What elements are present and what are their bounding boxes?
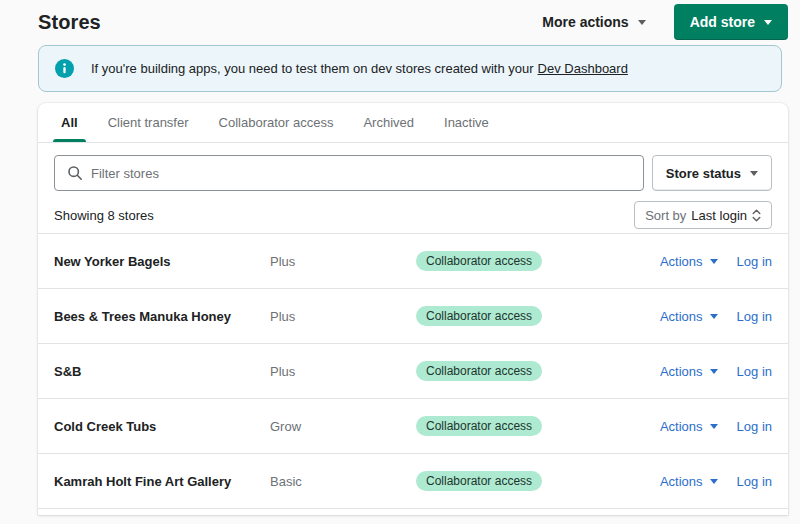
add-store-button[interactable]: Add store	[674, 4, 788, 40]
store-name: S&B	[54, 364, 270, 379]
chevron-down-icon	[710, 479, 718, 484]
chevron-down-icon	[710, 259, 718, 264]
store-row: S&B Plus Collaborator access Actions Log…	[38, 344, 788, 399]
row-links: Actions Log in	[660, 474, 772, 489]
info-banner: If you're building apps, you need to tes…	[38, 45, 782, 92]
tab-label: Archived	[363, 115, 414, 130]
store-row: Kamrah Holt Fine Art Gallery Basic Colla…	[38, 454, 788, 509]
chevron-down-icon	[750, 171, 758, 176]
tab-collaborator-access[interactable]: Collaborator access	[204, 103, 349, 142]
sort-button[interactable]: Sort by Last login	[634, 201, 772, 229]
tab-inactive[interactable]: Inactive	[429, 103, 504, 142]
more-actions-button[interactable]: More actions	[542, 14, 645, 30]
filter-box	[54, 155, 644, 191]
store-status-button[interactable]: Store status	[652, 155, 772, 191]
store-status-label: Store status	[666, 166, 741, 181]
filter-stores-input[interactable]	[91, 166, 631, 181]
login-link[interactable]: Log in	[737, 419, 772, 434]
login-link[interactable]: Log in	[737, 364, 772, 379]
info-icon	[55, 59, 74, 78]
results-meta-row: Showing 8 stores Sort by Last login	[38, 197, 788, 233]
chevron-down-icon	[764, 20, 772, 25]
sort-prefix-label: Sort by	[645, 208, 686, 223]
tab-client-transfer[interactable]: Client transfer	[93, 103, 204, 142]
actions-label: Actions	[660, 364, 703, 379]
store-list: New Yorker Bagels Plus Collaborator acce…	[38, 233, 788, 509]
tab-label: All	[61, 115, 78, 130]
row-links: Actions Log in	[660, 309, 772, 324]
store-row: Bees & Trees Manuka Honey Plus Collabora…	[38, 289, 788, 344]
tab-label: Collaborator access	[219, 115, 334, 130]
login-link[interactable]: Log in	[737, 474, 772, 489]
stores-card: All Client transfer Collaborator access …	[38, 103, 788, 515]
store-name: New Yorker Bagels	[54, 254, 270, 269]
chevron-down-icon	[638, 20, 646, 25]
store-plan: Basic	[270, 474, 416, 489]
status-badge: Collaborator access	[416, 251, 542, 271]
login-link[interactable]: Log in	[737, 309, 772, 324]
status-badge: Collaborator access	[416, 306, 542, 326]
store-name: Kamrah Holt Fine Art Gallery	[54, 474, 270, 489]
banner-message: If you're building apps, you need to tes…	[91, 61, 534, 76]
tabs: All Client transfer Collaborator access …	[38, 103, 788, 143]
tab-label: Inactive	[444, 115, 489, 130]
actions-button[interactable]: Actions	[660, 309, 718, 324]
page-title: Stores	[38, 11, 101, 34]
tab-archived[interactable]: Archived	[348, 103, 429, 142]
search-icon	[67, 165, 83, 181]
login-link[interactable]: Log in	[737, 254, 772, 269]
badge-cell: Collaborator access	[416, 306, 660, 326]
chevron-down-icon	[710, 369, 718, 374]
store-row: New Yorker Bagels Plus Collaborator acce…	[38, 234, 788, 289]
page-content: Stores More actions Add store If you're …	[38, 0, 788, 515]
store-name: Bees & Trees Manuka Honey	[54, 309, 270, 324]
actions-label: Actions	[660, 474, 703, 489]
badge-cell: Collaborator access	[416, 361, 660, 381]
actions-label: Actions	[660, 254, 703, 269]
tab-all[interactable]: All	[46, 103, 93, 142]
tab-label: Client transfer	[108, 115, 189, 130]
actions-button[interactable]: Actions	[660, 254, 718, 269]
row-links: Actions Log in	[660, 419, 772, 434]
badge-cell: Collaborator access	[416, 416, 660, 436]
status-badge: Collaborator access	[416, 416, 542, 436]
chevron-down-icon	[710, 314, 718, 319]
status-badge: Collaborator access	[416, 471, 542, 491]
actions-button[interactable]: Actions	[660, 419, 718, 434]
showing-count: Showing 8 stores	[54, 208, 154, 223]
actions-label: Actions	[660, 419, 703, 434]
sort-value-label: Last login	[691, 208, 747, 223]
filter-row: Store status	[38, 143, 788, 197]
dev-dashboard-link[interactable]: Dev Dashboard	[538, 61, 628, 76]
row-links: Actions Log in	[660, 254, 772, 269]
header-actions: More actions Add store	[542, 4, 788, 40]
store-name: Cold Creek Tubs	[54, 419, 270, 434]
store-plan: Grow	[270, 419, 416, 434]
actions-button[interactable]: Actions	[660, 364, 718, 379]
add-store-label: Add store	[690, 14, 755, 30]
store-plan: Plus	[270, 309, 416, 324]
page-header: Stores More actions Add store	[38, 0, 788, 36]
sort-arrows-icon	[752, 209, 761, 222]
store-plan: Plus	[270, 254, 416, 269]
chevron-down-icon	[710, 424, 718, 429]
actions-label: Actions	[660, 309, 703, 324]
status-badge: Collaborator access	[416, 361, 542, 381]
row-links: Actions Log in	[660, 364, 772, 379]
store-plan: Plus	[270, 364, 416, 379]
badge-cell: Collaborator access	[416, 251, 660, 271]
more-actions-label: More actions	[542, 14, 628, 30]
store-row: Cold Creek Tubs Grow Collaborator access…	[38, 399, 788, 454]
actions-button[interactable]: Actions	[660, 474, 718, 489]
badge-cell: Collaborator access	[416, 471, 660, 491]
banner-text: If you're building apps, you need to tes…	[91, 61, 628, 76]
